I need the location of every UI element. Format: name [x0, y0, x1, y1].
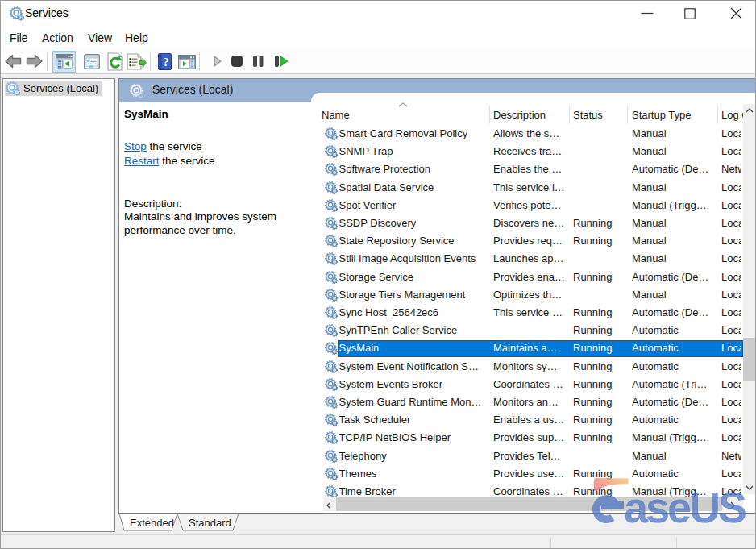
svg-text:aseUS: aseUS — [624, 483, 746, 529]
svg-text:Extended: Extended — [130, 517, 174, 529]
svg-text:?: ? — [163, 56, 169, 69]
svg-text:Standard: Standard — [189, 517, 231, 529]
